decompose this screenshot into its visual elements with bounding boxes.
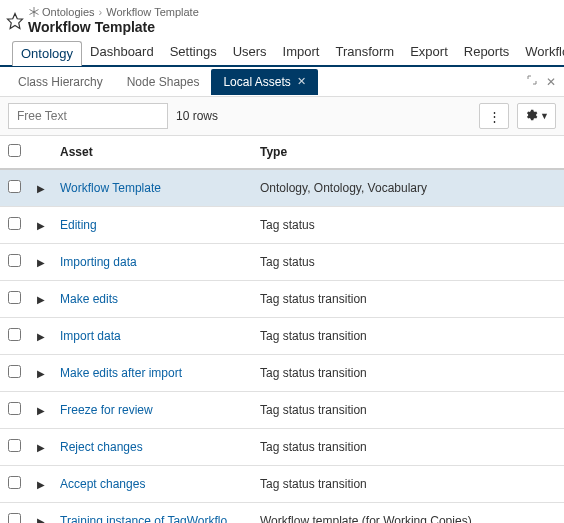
- asset-link[interactable]: Make edits: [60, 292, 118, 306]
- asset-link[interactable]: Training instance of TagWorkflo...: [60, 514, 237, 523]
- asset-link[interactable]: Workflow Template: [60, 181, 161, 195]
- select-all-header[interactable]: [0, 136, 28, 169]
- tab-export[interactable]: Export: [402, 40, 456, 64]
- expand-arrow-icon[interactable]: ▶: [37, 479, 45, 490]
- type-cell: Tag status transition: [254, 429, 564, 466]
- settings-button[interactable]: ▼: [517, 103, 556, 129]
- table-row[interactable]: ▶Accept changesTag status transition: [0, 466, 564, 503]
- svg-marker-0: [8, 14, 23, 29]
- asset-link[interactable]: Import data: [60, 329, 121, 343]
- table-row[interactable]: ▶Import dataTag status transition: [0, 318, 564, 355]
- row-checkbox[interactable]: [8, 402, 21, 415]
- caret-down-icon: ▼: [540, 111, 549, 121]
- type-cell: Tag status: [254, 207, 564, 244]
- expand-arrow-icon[interactable]: ▶: [37, 405, 45, 416]
- expand-column-header: [28, 136, 54, 169]
- asset-link[interactable]: Accept changes: [60, 477, 145, 491]
- type-cell: Tag status transition: [254, 281, 564, 318]
- column-asset-header[interactable]: Asset: [54, 136, 254, 169]
- asset-link[interactable]: Reject changes: [60, 440, 143, 454]
- table-row[interactable]: ▶Training instance of TagWorkflo...Workf…: [0, 503, 564, 524]
- subtab-node-shapes[interactable]: Node Shapes: [115, 69, 212, 95]
- breadcrumb-root[interactable]: Ontologies: [42, 6, 95, 18]
- breadcrumb: Ontologies › Workflow Template: [28, 6, 199, 18]
- page-title: Workflow Template: [28, 19, 199, 35]
- row-checkbox[interactable]: [8, 254, 21, 267]
- row-checkbox[interactable]: [8, 513, 21, 523]
- favorite-star-icon[interactable]: [6, 12, 24, 30]
- tab-transform[interactable]: Transform: [327, 40, 402, 64]
- asset-link[interactable]: Editing: [60, 218, 97, 232]
- row-checkbox[interactable]: [8, 365, 21, 378]
- tab-reports[interactable]: Reports: [456, 40, 518, 64]
- table-row[interactable]: ▶Make editsTag status transition: [0, 281, 564, 318]
- type-cell: Tag status transition: [254, 466, 564, 503]
- close-panel-icon[interactable]: ✕: [546, 75, 556, 89]
- vertical-dots-icon: ⋮: [488, 109, 501, 124]
- asset-link[interactable]: Make edits after import: [60, 366, 182, 380]
- expand-arrow-icon[interactable]: ▶: [37, 183, 45, 194]
- tab-import[interactable]: Import: [275, 40, 328, 64]
- breadcrumb-current: Workflow Template: [106, 6, 199, 18]
- subtab-local-assets[interactable]: Local Assets✕: [211, 69, 317, 95]
- row-checkbox[interactable]: [8, 328, 21, 341]
- type-cell: Tag status transition: [254, 392, 564, 429]
- table-row[interactable]: ▶Freeze for reviewTag status transition: [0, 392, 564, 429]
- breadcrumb-separator: ›: [97, 6, 105, 18]
- row-checkbox[interactable]: [8, 476, 21, 489]
- tab-settings[interactable]: Settings: [162, 40, 225, 64]
- tab-workflows[interactable]: Workflows: [517, 40, 564, 64]
- tab-dashboard[interactable]: Dashboard: [82, 40, 162, 64]
- subtab-class-hierarchy[interactable]: Class Hierarchy: [6, 69, 115, 95]
- expand-arrow-icon[interactable]: ▶: [37, 220, 45, 231]
- table-row[interactable]: ▶Make edits after importTag status trans…: [0, 355, 564, 392]
- type-cell: Workflow template (for Working Copies): [254, 503, 564, 524]
- type-cell: Tag status transition: [254, 355, 564, 392]
- asset-link[interactable]: Importing data: [60, 255, 137, 269]
- table-row[interactable]: ▶Workflow TemplateOntology, Ontology, Vo…: [0, 169, 564, 207]
- close-icon[interactable]: ✕: [297, 75, 306, 88]
- gear-icon: [524, 108, 538, 125]
- more-options-button[interactable]: ⋮: [479, 103, 509, 129]
- expand-arrow-icon[interactable]: ▶: [37, 516, 45, 523]
- expand-arrow-icon[interactable]: ▶: [37, 331, 45, 342]
- tab-ontology[interactable]: Ontology: [12, 41, 82, 66]
- row-checkbox[interactable]: [8, 439, 21, 452]
- row-checkbox[interactable]: [8, 217, 21, 230]
- expand-arrow-icon[interactable]: ▶: [37, 442, 45, 453]
- table-row[interactable]: ▶Reject changesTag status transition: [0, 429, 564, 466]
- select-all-checkbox[interactable]: [8, 144, 21, 157]
- type-cell: Tag status transition: [254, 318, 564, 355]
- tab-users[interactable]: Users: [225, 40, 275, 64]
- type-cell: Ontology, Ontology, Vocabulary: [254, 169, 564, 207]
- expand-arrow-icon[interactable]: ▶: [37, 257, 45, 268]
- subtab-label: Class Hierarchy: [18, 75, 103, 89]
- expand-arrow-icon[interactable]: ▶: [37, 294, 45, 305]
- subtab-label: Node Shapes: [127, 75, 200, 89]
- expand-panel-icon[interactable]: [526, 74, 538, 89]
- row-checkbox[interactable]: [8, 180, 21, 193]
- column-type-header[interactable]: Type: [254, 136, 564, 169]
- snowflake-icon: [28, 6, 40, 18]
- type-cell: Tag status: [254, 244, 564, 281]
- table-row[interactable]: ▶Importing dataTag status: [0, 244, 564, 281]
- subtab-label: Local Assets: [223, 75, 290, 89]
- table-row[interactable]: ▶EditingTag status: [0, 207, 564, 244]
- asset-link[interactable]: Freeze for review: [60, 403, 153, 417]
- expand-arrow-icon[interactable]: ▶: [37, 368, 45, 379]
- search-input[interactable]: [8, 103, 168, 129]
- row-checkbox[interactable]: [8, 291, 21, 304]
- row-count-label: 10 rows: [176, 109, 471, 123]
